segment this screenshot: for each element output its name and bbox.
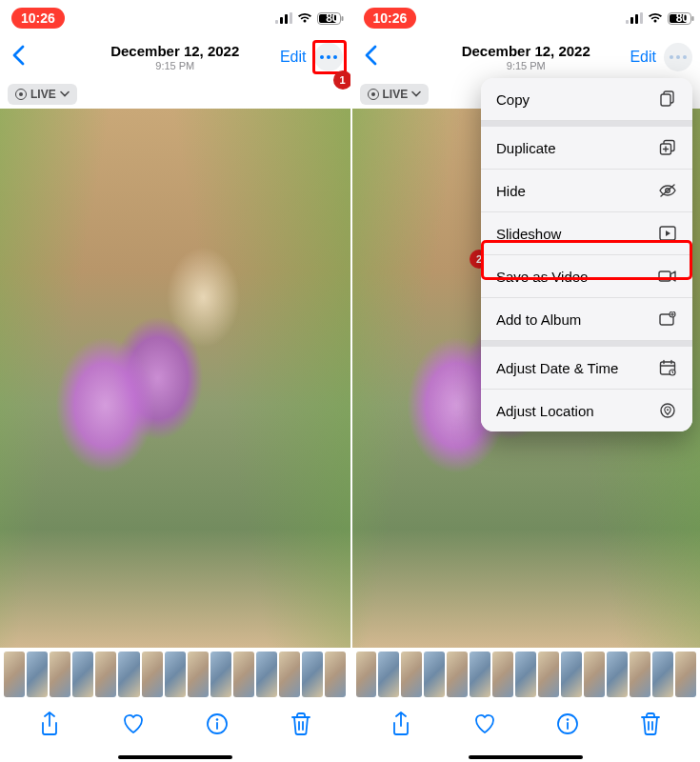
thumbnail[interactable] xyxy=(675,652,696,697)
thumbnail[interactable] xyxy=(72,652,93,697)
add-album-icon xyxy=(658,310,677,329)
nav-bar: December 12, 2022 9:15 PM Edit 1 xyxy=(0,36,350,78)
thumbnail[interactable] xyxy=(188,652,209,697)
thumbnail[interactable] xyxy=(492,652,513,697)
thumbnail[interactable] xyxy=(142,652,163,697)
more-button[interactable] xyxy=(314,43,343,71)
more-button[interactable] xyxy=(664,43,692,71)
thumbnail[interactable] xyxy=(424,652,445,697)
back-button[interactable] xyxy=(8,41,29,73)
live-icon xyxy=(15,89,27,100)
svg-point-30 xyxy=(667,409,669,411)
thumbnail[interactable] xyxy=(27,652,48,697)
svg-rect-10 xyxy=(630,17,633,24)
status-indicators: 80 xyxy=(626,11,689,25)
home-indicator[interactable] xyxy=(352,752,701,762)
svg-rect-9 xyxy=(626,20,629,24)
heart-icon xyxy=(472,712,497,735)
thumbnail[interactable] xyxy=(210,652,231,697)
thumbnail[interactable] xyxy=(256,652,277,697)
svg-rect-1 xyxy=(280,17,283,24)
svg-rect-0 xyxy=(275,20,278,24)
thumbnail-strip[interactable] xyxy=(0,648,350,697)
chevron-left-icon xyxy=(364,45,377,66)
menu-slideshow[interactable]: Slideshow xyxy=(481,212,692,255)
thumbnail[interactable] xyxy=(470,652,490,697)
svg-rect-15 xyxy=(691,16,693,21)
trash-icon xyxy=(640,712,661,736)
hide-icon xyxy=(658,181,677,200)
delete-button[interactable] xyxy=(631,705,670,743)
menu-adjust-location[interactable]: Adjust Location xyxy=(481,390,692,431)
menu-copy[interactable]: Copy xyxy=(481,78,692,121)
menu-duplicate[interactable]: Duplicate xyxy=(481,127,692,170)
menu-label: Hide xyxy=(496,183,526,199)
back-button[interactable] xyxy=(360,41,381,73)
nav-bar: December 12, 2022 9:15 PM Edit xyxy=(352,36,701,78)
thumbnail[interactable] xyxy=(4,652,25,697)
info-button[interactable] xyxy=(198,705,236,743)
info-button[interactable] xyxy=(549,705,587,743)
info-icon xyxy=(556,712,579,735)
menu-add-to-album[interactable]: Add to Album xyxy=(481,298,692,341)
thumbnail[interactable] xyxy=(165,652,186,697)
battery-percent: 80 xyxy=(326,11,338,25)
annotation-badge-1: 1 xyxy=(333,70,352,90)
nav-title-group: December 12, 2022 9:15 PM xyxy=(110,44,239,71)
edit-button[interactable]: Edit xyxy=(630,49,656,66)
thumbnail[interactable] xyxy=(50,652,70,697)
favorite-button[interactable] xyxy=(466,705,504,743)
thumbnail[interactable] xyxy=(356,652,377,697)
thumbnail[interactable] xyxy=(561,652,582,697)
svg-rect-2 xyxy=(285,14,288,24)
share-icon xyxy=(39,712,60,736)
chevron-down-icon xyxy=(60,90,70,98)
live-label: LIVE xyxy=(383,88,409,101)
share-button[interactable] xyxy=(382,705,420,743)
thumbnail[interactable] xyxy=(607,652,628,697)
home-indicator[interactable] xyxy=(0,752,350,762)
thumbnail-strip[interactable] xyxy=(352,648,701,697)
delete-button[interactable] xyxy=(282,705,320,743)
thumbnail[interactable] xyxy=(630,652,650,697)
live-badge[interactable]: LIVE xyxy=(360,84,430,105)
status-time: 10:26 xyxy=(11,8,65,29)
favorite-button[interactable] xyxy=(114,705,152,743)
heart-icon xyxy=(121,712,146,735)
status-bar: 10:26 80 xyxy=(0,0,350,36)
share-icon xyxy=(390,712,411,736)
thumbnail[interactable] xyxy=(652,652,673,697)
status-indicators: 80 xyxy=(275,11,338,25)
ellipsis-icon xyxy=(670,55,687,59)
thumbnail[interactable] xyxy=(302,652,323,697)
menu-hide[interactable]: Hide xyxy=(481,170,692,212)
ellipsis-icon xyxy=(320,55,337,59)
edit-button[interactable]: Edit xyxy=(280,49,307,66)
status-bar: 10:26 80 xyxy=(352,0,701,36)
thumbnail[interactable] xyxy=(378,652,399,697)
nav-title-group: December 12, 2022 9:15 PM xyxy=(462,44,590,71)
thumbnail[interactable] xyxy=(118,652,139,697)
svg-rect-6 xyxy=(342,16,344,21)
thumbnail[interactable] xyxy=(325,652,346,697)
cellular-icon xyxy=(626,12,643,24)
thumbnail[interactable] xyxy=(95,652,116,697)
thumbnail[interactable] xyxy=(279,652,300,697)
live-badge[interactable]: LIVE xyxy=(8,84,77,105)
menu-adjust-date[interactable]: Adjust Date & Time xyxy=(481,347,692,390)
share-button[interactable] xyxy=(30,705,69,743)
photo-main[interactable] xyxy=(0,109,350,648)
thumbnail[interactable] xyxy=(401,652,422,697)
thumbnail[interactable] xyxy=(584,652,605,697)
cellular-icon xyxy=(275,12,292,24)
live-icon xyxy=(368,89,379,100)
menu-save-as-video[interactable]: Save as Video xyxy=(481,255,692,298)
thumbnail[interactable] xyxy=(538,652,559,697)
nav-title: December 12, 2022 xyxy=(110,44,239,60)
thumbnail[interactable] xyxy=(447,652,468,697)
duplicate-icon xyxy=(658,138,677,157)
wifi-icon xyxy=(297,12,312,24)
copy-icon xyxy=(658,90,677,109)
thumbnail[interactable] xyxy=(233,652,254,697)
thumbnail[interactable] xyxy=(515,652,536,697)
